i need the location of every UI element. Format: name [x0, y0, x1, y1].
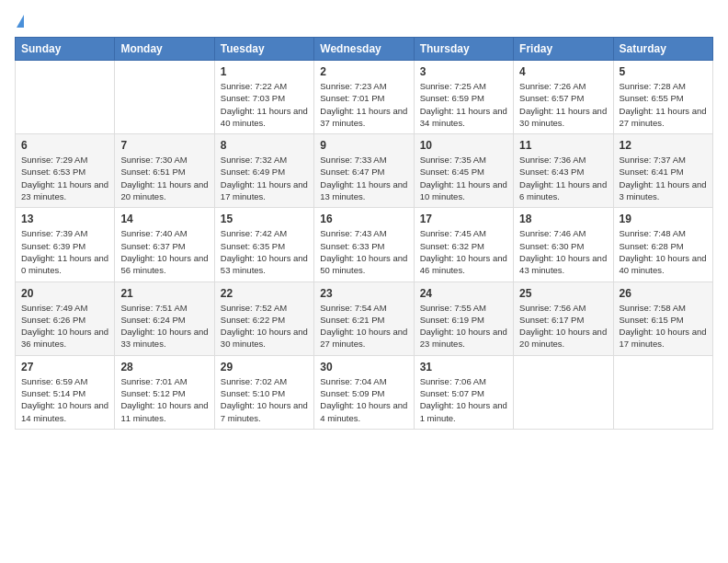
calendar-cell: 16Sunrise: 7:43 AM Sunset: 6:33 PM Dayli…	[314, 208, 414, 282]
weekday-header-tuesday: Tuesday	[214, 38, 313, 61]
weekday-header-thursday: Thursday	[414, 38, 513, 61]
day-info: Sunrise: 6:59 AM Sunset: 5:14 PM Dayligh…	[21, 375, 108, 424]
day-info: Sunrise: 7:40 AM Sunset: 6:37 PM Dayligh…	[120, 227, 208, 276]
day-info: Sunrise: 7:26 AM Sunset: 6:57 PM Dayligh…	[519, 80, 607, 129]
day-number: 12	[620, 139, 707, 152]
weekday-header-row: SundayMondayTuesdayWednesdayThursdayFrid…	[16, 38, 713, 61]
calendar-cell: 26Sunrise: 7:58 AM Sunset: 6:15 PM Dayli…	[613, 282, 712, 355]
calendar-cell	[514, 355, 613, 429]
calendar-table: SundayMondayTuesdayWednesdayThursdayFrid…	[15, 37, 713, 430]
calendar-cell: 22Sunrise: 7:52 AM Sunset: 6:22 PM Dayli…	[214, 282, 313, 355]
day-info: Sunrise: 7:35 AM Sunset: 6:45 PM Dayligh…	[420, 154, 507, 202]
day-number: 16	[320, 213, 407, 225]
day-info: Sunrise: 7:48 AM Sunset: 6:28 PM Dayligh…	[620, 227, 707, 276]
calendar-cell: 20Sunrise: 7:49 AM Sunset: 6:26 PM Dayli…	[16, 282, 115, 355]
calendar-week-4: 20Sunrise: 7:49 AM Sunset: 6:26 PM Dayli…	[16, 282, 713, 355]
day-info: Sunrise: 7:36 AM Sunset: 6:43 PM Dayligh…	[519, 154, 607, 202]
day-info: Sunrise: 7:55 AM Sunset: 6:19 PM Dayligh…	[420, 302, 507, 350]
calendar-cell: 3Sunrise: 7:25 AM Sunset: 6:59 PM Daylig…	[414, 61, 513, 134]
day-info: Sunrise: 7:33 AM Sunset: 6:47 PM Dayligh…	[320, 154, 407, 202]
calendar-cell: 11Sunrise: 7:36 AM Sunset: 6:43 PM Dayli…	[514, 134, 613, 208]
calendar-cell	[115, 61, 214, 134]
day-info: Sunrise: 7:37 AM Sunset: 6:41 PM Dayligh…	[620, 154, 707, 202]
day-number: 18	[519, 213, 607, 225]
calendar-cell: 10Sunrise: 7:35 AM Sunset: 6:45 PM Dayli…	[414, 134, 513, 208]
calendar-cell: 21Sunrise: 7:51 AM Sunset: 6:24 PM Dayli…	[115, 282, 214, 355]
calendar-cell: 27Sunrise: 6:59 AM Sunset: 5:14 PM Dayli…	[16, 355, 115, 429]
calendar-cell: 8Sunrise: 7:32 AM Sunset: 6:49 PM Daylig…	[214, 134, 313, 208]
day-number: 9	[320, 139, 407, 152]
calendar-cell: 5Sunrise: 7:28 AM Sunset: 6:55 PM Daylig…	[613, 61, 712, 134]
day-number: 5	[620, 65, 707, 78]
day-number: 10	[420, 139, 507, 152]
day-info: Sunrise: 7:49 AM Sunset: 6:26 PM Dayligh…	[21, 302, 108, 350]
calendar-cell	[16, 61, 115, 134]
calendar-cell: 23Sunrise: 7:54 AM Sunset: 6:21 PM Dayli…	[314, 282, 414, 355]
calendar-cell: 19Sunrise: 7:48 AM Sunset: 6:28 PM Dayli…	[613, 208, 712, 282]
day-number: 31	[420, 361, 507, 373]
day-number: 20	[21, 287, 108, 300]
day-info: Sunrise: 7:58 AM Sunset: 6:15 PM Dayligh…	[620, 302, 707, 350]
logo-triangle-icon	[17, 15, 24, 28]
calendar-cell: 24Sunrise: 7:55 AM Sunset: 6:19 PM Dayli…	[414, 282, 513, 355]
day-info: Sunrise: 7:22 AM Sunset: 7:03 PM Dayligh…	[221, 80, 308, 129]
calendar-cell: 2Sunrise: 7:23 AM Sunset: 7:01 PM Daylig…	[314, 61, 414, 134]
day-number: 6	[21, 139, 108, 152]
calendar-week-5: 27Sunrise: 6:59 AM Sunset: 5:14 PM Dayli…	[16, 355, 713, 429]
logo	[15, 15, 24, 29]
day-number: 21	[120, 287, 208, 300]
page-container: SundayMondayTuesdayWednesdayThursdayFrid…	[0, 0, 728, 439]
day-number: 15	[221, 213, 308, 225]
day-info: Sunrise: 7:06 AM Sunset: 5:07 PM Dayligh…	[420, 375, 507, 424]
calendar-cell: 29Sunrise: 7:02 AM Sunset: 5:10 PM Dayli…	[214, 355, 313, 429]
calendar-cell: 12Sunrise: 7:37 AM Sunset: 6:41 PM Dayli…	[613, 134, 712, 208]
day-number: 4	[519, 65, 607, 78]
calendar-week-1: 1Sunrise: 7:22 AM Sunset: 7:03 PM Daylig…	[16, 61, 713, 134]
day-info: Sunrise: 7:29 AM Sunset: 6:53 PM Dayligh…	[21, 154, 108, 202]
day-info: Sunrise: 7:51 AM Sunset: 6:24 PM Dayligh…	[120, 302, 208, 350]
day-info: Sunrise: 7:23 AM Sunset: 7:01 PM Dayligh…	[320, 80, 407, 129]
calendar-week-2: 6Sunrise: 7:29 AM Sunset: 6:53 PM Daylig…	[16, 134, 713, 208]
calendar-cell: 31Sunrise: 7:06 AM Sunset: 5:07 PM Dayli…	[414, 355, 513, 429]
weekday-header-friday: Friday	[514, 38, 613, 61]
calendar-cell: 25Sunrise: 7:56 AM Sunset: 6:17 PM Dayli…	[514, 282, 613, 355]
calendar-cell: 6Sunrise: 7:29 AM Sunset: 6:53 PM Daylig…	[16, 134, 115, 208]
day-number: 19	[620, 213, 707, 225]
weekday-header-saturday: Saturday	[613, 38, 712, 61]
day-info: Sunrise: 7:45 AM Sunset: 6:32 PM Dayligh…	[420, 227, 507, 276]
day-number: 17	[420, 213, 507, 225]
day-number: 28	[120, 361, 208, 373]
day-info: Sunrise: 7:42 AM Sunset: 6:35 PM Dayligh…	[221, 227, 308, 276]
calendar-cell: 14Sunrise: 7:40 AM Sunset: 6:37 PM Dayli…	[115, 208, 214, 282]
day-info: Sunrise: 7:28 AM Sunset: 6:55 PM Dayligh…	[620, 80, 707, 129]
day-info: Sunrise: 7:01 AM Sunset: 5:12 PM Dayligh…	[120, 375, 208, 424]
day-number: 1	[221, 65, 308, 78]
day-info: Sunrise: 7:54 AM Sunset: 6:21 PM Dayligh…	[320, 302, 407, 350]
calendar-cell: 28Sunrise: 7:01 AM Sunset: 5:12 PM Dayli…	[115, 355, 214, 429]
day-number: 11	[519, 139, 607, 152]
weekday-header-wednesday: Wednesday	[314, 38, 414, 61]
day-info: Sunrise: 7:30 AM Sunset: 6:51 PM Dayligh…	[120, 154, 208, 202]
day-number: 8	[221, 139, 308, 152]
weekday-header-monday: Monday	[115, 38, 214, 61]
day-number: 30	[320, 361, 407, 373]
calendar-cell: 18Sunrise: 7:46 AM Sunset: 6:30 PM Dayli…	[514, 208, 613, 282]
calendar-cell: 13Sunrise: 7:39 AM Sunset: 6:39 PM Dayli…	[16, 208, 115, 282]
day-number: 2	[320, 65, 407, 78]
day-number: 22	[221, 287, 308, 300]
calendar-cell: 15Sunrise: 7:42 AM Sunset: 6:35 PM Dayli…	[214, 208, 313, 282]
day-info: Sunrise: 7:39 AM Sunset: 6:39 PM Dayligh…	[21, 227, 108, 276]
calendar-cell: 9Sunrise: 7:33 AM Sunset: 6:47 PM Daylig…	[314, 134, 414, 208]
day-number: 14	[120, 213, 208, 225]
day-number: 27	[21, 361, 108, 373]
day-info: Sunrise: 7:56 AM Sunset: 6:17 PM Dayligh…	[519, 302, 607, 350]
day-number: 23	[320, 287, 407, 300]
calendar-cell: 1Sunrise: 7:22 AM Sunset: 7:03 PM Daylig…	[214, 61, 313, 134]
calendar-cell	[613, 355, 712, 429]
day-number: 13	[21, 213, 108, 225]
day-number: 24	[420, 287, 507, 300]
day-number: 7	[120, 139, 208, 152]
day-number: 3	[420, 65, 507, 78]
calendar-cell: 17Sunrise: 7:45 AM Sunset: 6:32 PM Dayli…	[414, 208, 513, 282]
day-info: Sunrise: 7:02 AM Sunset: 5:10 PM Dayligh…	[221, 375, 308, 424]
